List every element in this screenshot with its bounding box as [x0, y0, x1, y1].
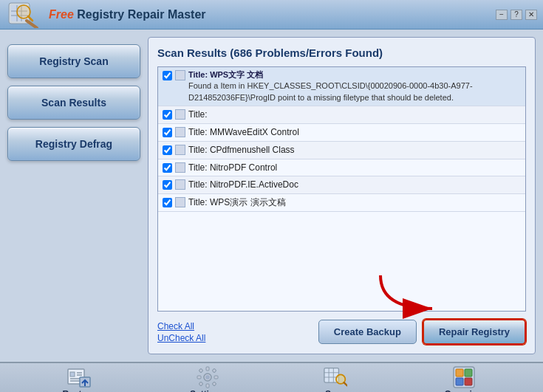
result-item-icon-5 — [175, 162, 185, 173]
svg-rect-37 — [465, 369, 472, 376]
result-item-icon-3 — [175, 127, 185, 137]
content-area: Scan Results (686 Problems/Errors Found)… — [148, 37, 536, 354]
result-item-text-5: Title: NitroPDF Control — [188, 162, 277, 174]
result-item-4: Title: CPdfmenushell Class — [158, 142, 525, 159]
app-title-text: Free Registry Repair Master — [49, 8, 496, 21]
toolbar-item-overview[interactable]: Overview — [400, 367, 528, 393]
toolbar-item-settings[interactable]: Settings — [143, 367, 272, 393]
result-item-6: Title: NitroPDF.IE.ActiveDoc — [158, 176, 525, 194]
toolbar-scan-label: Scan — [325, 389, 346, 393]
result-checkbox-3[interactable] — [163, 128, 172, 137]
sidebar-registry-scan-label: Registry Scan — [39, 55, 108, 67]
result-item-icon-4 — [175, 145, 185, 155]
result-item-text-4: Title: CPdfmenushell Class — [188, 144, 295, 157]
result-item-3: Title: MMWaveEditX Control — [158, 124, 525, 142]
sidebar: Registry Scan Scan Results Registry Defr… — [7, 37, 140, 354]
svg-line-34 — [344, 382, 347, 385]
title-bar: Free Registry Repair Master − ? ✕ — [0, 0, 543, 30]
result-item-icon-1 — [175, 70, 185, 80]
svg-point-19 — [205, 375, 210, 379]
app-logo — [6, 1, 43, 28]
result-item-text-7: Title: WPS演示 演示文稿 — [188, 196, 286, 209]
svg-rect-27 — [212, 382, 216, 386]
result-item-1: Title: WPS文字 文档 Found a Item in HKEY_CLA… — [158, 67, 525, 106]
help-button[interactable]: ? — [510, 10, 522, 20]
result-item-2: Title: — [158, 106, 525, 124]
result-item-icon-6 — [175, 179, 185, 190]
sidebar-scan-results-label: Scan Results — [41, 97, 106, 109]
content-actions: Check All UnCheck All Create Backup Repa… — [157, 319, 526, 345]
toolbar-item-restore[interactable]: Restore — [15, 367, 143, 393]
svg-rect-20 — [206, 367, 209, 371]
svg-rect-22 — [197, 376, 201, 379]
toolbar-settings-label: Settings — [190, 389, 225, 393]
content-title: Scan Results (686 Problems/Errors Found) — [157, 47, 526, 59]
result-item-text-1: Title: WPS文字 文档 Found a Item in HKEY_CLA… — [188, 69, 521, 103]
svg-rect-24 — [199, 368, 203, 373]
sidebar-item-registry-scan[interactable]: Registry Scan — [7, 44, 140, 78]
result-item-icon-7 — [175, 197, 185, 207]
toolbar-restore-label: Restore — [63, 389, 96, 393]
free-label: Free — [49, 8, 74, 21]
minimize-button[interactable]: − — [496, 10, 508, 20]
result-item-text-3: Title: MMWaveEditX Control — [188, 126, 299, 139]
result-item-icon-2 — [175, 109, 185, 120]
app-title: Registry Repair Master — [74, 8, 206, 21]
svg-line-6 — [27, 21, 37, 28]
svg-rect-25 — [212, 368, 216, 373]
svg-rect-36 — [456, 369, 463, 376]
svg-rect-26 — [199, 382, 203, 386]
result-item-5: Title: NitroPDF Control — [158, 159, 525, 177]
result-checkbox-2[interactable] — [163, 110, 172, 120]
sidebar-registry-defrag-label: Registry Defrag — [35, 138, 112, 150]
window-controls: − ? ✕ — [496, 10, 537, 20]
close-button[interactable]: ✕ — [525, 10, 537, 20]
svg-rect-23 — [214, 376, 218, 379]
sidebar-item-registry-defrag[interactable]: Registry Defrag — [7, 127, 140, 161]
result-checkbox-5[interactable] — [163, 163, 172, 173]
svg-rect-21 — [206, 384, 209, 388]
results-list[interactable]: Title: WPS文字 文档 Found a Item in HKEY_CLA… — [157, 66, 526, 312]
link-group: Check All UnCheck All — [157, 321, 313, 343]
svg-rect-39 — [465, 378, 472, 385]
toolbar-overview-label: Overview — [444, 389, 483, 393]
result-checkbox-6[interactable] — [163, 180, 172, 190]
svg-rect-11 — [70, 372, 75, 376]
result-title-1: Title: WPS文字 文档 — [188, 70, 263, 79]
overview-icon — [452, 367, 476, 388]
toolbar: Restore Settings — [0, 362, 543, 392]
check-all-link[interactable]: Check All — [157, 321, 313, 331]
result-checkbox-7[interactable] — [163, 198, 172, 207]
settings-icon — [196, 367, 219, 388]
restore-icon — [67, 367, 91, 388]
toolbar-item-scan[interactable]: Scan — [272, 367, 400, 393]
create-backup-button[interactable]: Create Backup — [318, 320, 417, 344]
svg-rect-38 — [456, 378, 463, 385]
result-checkbox-1[interactable] — [163, 71, 172, 80]
repair-registry-button[interactable]: Repair Registry — [423, 319, 526, 345]
uncheck-all-link[interactable]: UnCheck All — [157, 333, 313, 343]
result-item-text-2: Title: — [188, 109, 208, 121]
scan-icon — [324, 367, 347, 388]
result-item-7: Title: WPS演示 演示文稿 — [158, 194, 525, 212]
result-checkbox-4[interactable] — [163, 145, 172, 155]
sidebar-item-scan-results[interactable]: Scan Results — [7, 86, 140, 120]
main-container: Registry Scan Scan Results Registry Defr… — [0, 30, 543, 362]
result-item-text-6: Title: NitroPDF.IE.ActiveDoc — [188, 179, 298, 191]
